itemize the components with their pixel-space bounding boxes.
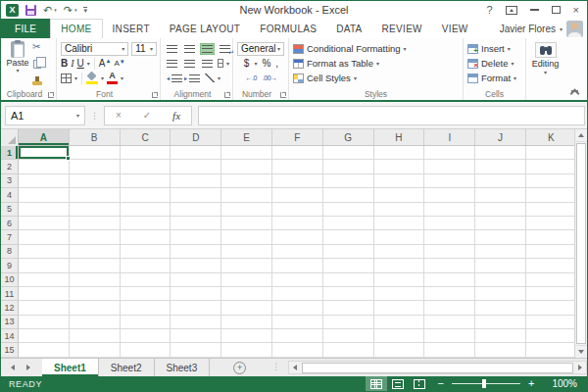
column-header-B[interactable]: B bbox=[70, 129, 121, 145]
tab-home[interactable]: HOME bbox=[50, 19, 102, 38]
cell-I11[interactable] bbox=[424, 287, 475, 301]
cell-J2[interactable] bbox=[475, 160, 526, 173]
cell-H5[interactable] bbox=[374, 203, 425, 217]
align-top-icon[interactable] bbox=[165, 43, 179, 55]
tab-formulas[interactable]: FORMULAS bbox=[250, 19, 326, 38]
tab-review[interactable]: REVIEW bbox=[372, 19, 432, 38]
orientation-icon[interactable] bbox=[205, 74, 215, 82]
font-name-combo[interactable]: Calibri ▾ bbox=[61, 42, 128, 56]
horizontal-scrollbar-thumb[interactable] bbox=[302, 363, 573, 373]
cell-H15[interactable] bbox=[374, 343, 425, 357]
cell-A2[interactable] bbox=[19, 160, 70, 173]
cell-C7[interactable] bbox=[121, 230, 172, 244]
cell-D10[interactable] bbox=[171, 273, 221, 287]
cell-K1[interactable] bbox=[526, 146, 577, 160]
cell-A11[interactable] bbox=[19, 287, 70, 301]
zoom-out-button[interactable]: − bbox=[430, 378, 452, 389]
cell-J5[interactable] bbox=[475, 203, 526, 217]
column-header-G[interactable]: G bbox=[323, 129, 374, 145]
editing-dropdown-icon[interactable]: ▾ bbox=[544, 70, 547, 75]
cell-B10[interactable] bbox=[70, 273, 121, 287]
cell-J3[interactable] bbox=[475, 174, 526, 188]
cell-I10[interactable] bbox=[424, 273, 475, 287]
cell-K4[interactable] bbox=[526, 188, 577, 202]
currency-dropdown-icon[interactable]: ▾ bbox=[254, 61, 257, 67]
grow-font-button[interactable]: A▲ bbox=[99, 58, 112, 69]
cell-D5[interactable] bbox=[171, 203, 221, 217]
column-header-K[interactable]: K bbox=[526, 129, 577, 145]
cell-G13[interactable] bbox=[323, 316, 374, 329]
insert-button[interactable]: Insert▾ bbox=[467, 41, 522, 56]
cell-B13[interactable] bbox=[70, 316, 121, 329]
horizontal-scrollbar[interactable] bbox=[288, 361, 587, 374]
cell-J14[interactable] bbox=[475, 329, 526, 343]
cell-I5[interactable] bbox=[424, 203, 475, 217]
cell-K11[interactable] bbox=[526, 287, 577, 301]
cell-F13[interactable] bbox=[272, 316, 323, 329]
customize-qat-icon[interactable]: ▾ bbox=[83, 7, 87, 13]
cell-H9[interactable] bbox=[374, 259, 425, 272]
cell-D13[interactable] bbox=[171, 316, 221, 329]
cell-H7[interactable] bbox=[374, 230, 425, 244]
cell-G15[interactable] bbox=[323, 343, 374, 357]
cell-A9[interactable] bbox=[19, 259, 70, 272]
cell-C2[interactable] bbox=[121, 160, 172, 173]
user-avatar[interactable] bbox=[566, 21, 583, 37]
cell-A1[interactable] bbox=[19, 146, 70, 160]
cell-E14[interactable] bbox=[221, 329, 272, 343]
cell-I14[interactable] bbox=[424, 329, 475, 343]
cell-E2[interactable] bbox=[221, 160, 272, 173]
cell-G4[interactable] bbox=[323, 188, 374, 202]
cell-I4[interactable] bbox=[424, 188, 475, 202]
fill-color-icon[interactable] bbox=[86, 73, 98, 84]
cell-H12[interactable] bbox=[374, 301, 425, 315]
cell-H6[interactable] bbox=[374, 217, 425, 230]
row-header-3[interactable]: 3 bbox=[1, 174, 19, 188]
cell-K6[interactable] bbox=[526, 217, 577, 230]
next-sheet-icon[interactable] bbox=[26, 365, 30, 370]
sheet-tab-sheet3[interactable]: Sheet3 bbox=[155, 359, 211, 376]
row-header-11[interactable]: 11 bbox=[1, 287, 19, 301]
cell-B12[interactable] bbox=[70, 301, 121, 315]
cell-J10[interactable] bbox=[475, 273, 526, 287]
cell-J4[interactable] bbox=[475, 188, 526, 202]
cell-I1[interactable] bbox=[424, 146, 475, 160]
increase-decimal-icon[interactable]: ←.0 bbox=[245, 74, 256, 81]
zoom-in-button[interactable]: + bbox=[520, 378, 542, 389]
help-icon[interactable]: ? bbox=[486, 5, 492, 16]
cell-B7[interactable] bbox=[70, 230, 121, 244]
cell-C15[interactable] bbox=[121, 343, 172, 357]
cell-B9[interactable] bbox=[70, 259, 121, 272]
cell-D15[interactable] bbox=[171, 343, 221, 357]
underline-button[interactable]: U bbox=[77, 59, 84, 69]
cell-I6[interactable] bbox=[424, 217, 475, 230]
dropdown-icon[interactable]: ▾ bbox=[511, 61, 514, 67]
cell-I9[interactable] bbox=[424, 259, 475, 272]
bold-button[interactable]: B bbox=[61, 59, 68, 69]
row-header-9[interactable]: 9 bbox=[1, 259, 19, 272]
align-bottom-icon[interactable] bbox=[200, 43, 215, 55]
cell-A12[interactable] bbox=[19, 301, 70, 315]
dropdown-icon[interactable]: ▾ bbox=[404, 46, 407, 52]
undo-dropdown-icon[interactable]: ▾ bbox=[54, 7, 57, 13]
cell-I15[interactable] bbox=[424, 343, 475, 357]
format-button[interactable]: Format▾ bbox=[467, 71, 522, 85]
clipboard-dialog-launcher-icon[interactable] bbox=[48, 92, 54, 98]
dropdown-icon[interactable]: ▾ bbox=[514, 75, 516, 81]
cell-B8[interactable] bbox=[70, 245, 121, 259]
cell-F5[interactable] bbox=[272, 203, 323, 217]
cell-I13[interactable] bbox=[424, 316, 475, 329]
copy-icon[interactable] bbox=[33, 60, 41, 69]
cell-F14[interactable] bbox=[272, 329, 323, 343]
cell-G14[interactable] bbox=[323, 329, 374, 343]
number-dialog-launcher-icon[interactable] bbox=[280, 92, 286, 98]
cell-K9[interactable] bbox=[526, 259, 577, 272]
tab-page-layout[interactable]: PAGE LAYOUT bbox=[160, 19, 250, 38]
alignment-dialog-launcher-icon[interactable] bbox=[224, 92, 230, 98]
format-as-table-button[interactable]: Format as Table▾ bbox=[293, 56, 460, 71]
number-format-dropdown-icon[interactable]: ▾ bbox=[277, 46, 280, 52]
wrap-text-icon[interactable] bbox=[218, 43, 232, 55]
borders-dropdown-icon[interactable]: ▾ bbox=[74, 75, 77, 81]
user-area[interactable]: Javier Flores ▾ bbox=[500, 19, 587, 38]
row-header-8[interactable]: 8 bbox=[1, 245, 19, 259]
